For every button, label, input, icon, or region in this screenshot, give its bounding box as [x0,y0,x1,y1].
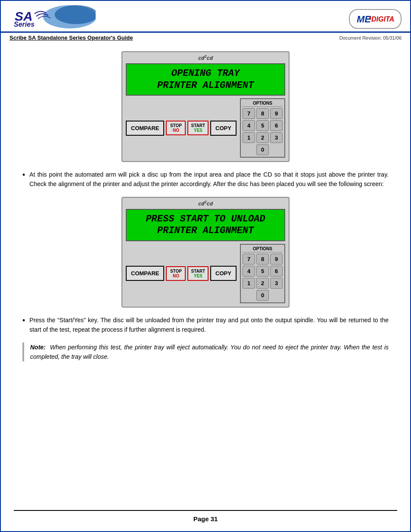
device1-body: COMPARE STOP NO START YES COPY OPTIONS 7 [126,98,285,158]
bullet-text-1: At this point the automated arm will pic… [29,170,389,189]
device1-opt-0[interactable]: 0 [256,144,269,155]
note-content: Note: When performing this test, the pri… [30,342,389,362]
device1-stop-button[interactable]: STOP NO [166,121,186,135]
bullet-dot-2: • [22,315,25,335]
device2-line1: PRESS START TO UNLOAD [131,213,280,225]
device1-brand: cd2cd [126,55,285,62]
device1-opt-7[interactable]: 7 [243,108,255,119]
note-label: Note: [30,344,46,351]
device1-start-label: START [191,123,205,128]
bullet-text-2: Press the “Start/Yes” key. The disc will… [29,315,389,335]
device1-compare-button[interactable]: COMPARE [126,121,164,136]
doc-title: Scribe SA Standalone Series Operator's G… [9,34,133,41]
device2-options-panel: OPTIONS 7 8 9 4 5 6 1 2 3 0 [240,244,285,303]
bullet-item-2: • Press the “Start/Yes” key. The disc wi… [22,315,389,335]
page: SA Series ME DIGITAL Scribe SA St [0,0,411,532]
device1-opt-1[interactable]: 1 [243,132,255,143]
device2-opt-1[interactable]: 1 [243,278,255,289]
svg-text:DIGITAL: DIGITAL [371,16,395,23]
bullet-item-1: • At this point the automated arm will p… [22,170,389,189]
device1-opt-8[interactable]: 8 [256,108,269,119]
device1-copy-button[interactable]: COPY [210,121,237,136]
footer-page: Page 31 [1,515,410,523]
note-text: When performing this test, the printer t… [30,344,389,360]
device2-opt-5[interactable]: 5 [256,266,269,277]
bullet-section-2: • Press the “Start/Yes” key. The disc wi… [22,315,389,335]
device1-start-button[interactable]: START YES [187,121,209,135]
device2-opt-3[interactable]: 3 [270,278,283,289]
device1-opt-9[interactable]: 9 [270,108,283,119]
footer: Page 31 [1,510,410,523]
svg-text:ME: ME [357,14,371,25]
device2-start-label: START [191,269,205,274]
device2-body: COMPARE STOP NO START YES COPY OPTIONS 7 [126,244,285,303]
device1-line1: OPENING TRAY [131,68,280,80]
device2-screen: PRESS START TO UNLOAD PRINTER ALIGNMENT [126,209,285,241]
device2-opt-2[interactable]: 2 [256,278,269,289]
device2-opt-7[interactable]: 7 [243,254,255,264]
device2-opt-8[interactable]: 8 [256,254,269,264]
device1-stop-sub: NO [169,128,182,133]
device2-opt-4[interactable]: 4 [243,266,255,277]
device2-buttons: COMPARE STOP NO START YES COPY [126,244,237,303]
device2-options-title: OPTIONS [243,246,283,252]
header: SA Series ME DIGITAL [1,1,410,33]
device1-opt-2[interactable]: 2 [256,132,269,143]
device2-start-sub: YES [191,274,205,278]
device1-options-grid: 7 8 9 4 5 6 1 2 3 0 [243,108,283,155]
device1-opt-3[interactable]: 3 [270,132,283,143]
device2-brand: cd2cd [126,200,285,207]
device2-stop-sub: NO [169,274,182,278]
device2-copy-button[interactable]: COPY [210,266,237,281]
device1-opt-4[interactable]: 4 [243,120,255,131]
doc-revision: Document Revision: 05/31/06 [339,35,402,40]
header-title-row: Scribe SA Standalone Series Operator's G… [1,33,410,43]
mf-digital-svg: ME DIGITAL [356,12,395,26]
device2-compare-button[interactable]: COMPARE [126,266,164,281]
device2-opt-6[interactable]: 6 [270,266,283,277]
bullet-dot-1: • [22,170,25,189]
main-content: cd2cd OPENING TRAY PRINTER ALIGNMENT COM… [1,43,410,378]
footer-divider [14,510,397,511]
device1-buttons: COMPARE STOP NO START YES COPY [126,98,237,158]
bullet-section-1: • At this point the automated arm will p… [22,170,389,189]
device2-opt-9[interactable]: 9 [270,254,283,264]
device2-stop-button[interactable]: STOP NO [166,266,186,281]
header-logo-area: SA Series [9,5,96,29]
mf-digital-logo: ME DIGITAL [349,9,402,29]
device2-stop-label: STOP [169,269,182,274]
note-block: Note: When performing this test, the pri… [22,342,389,362]
device1-options-panel: OPTIONS 7 8 9 4 5 6 1 2 3 0 [240,98,285,158]
device1-opt-6[interactable]: 6 [270,120,283,131]
sa-series-logo: SA Series [9,5,96,29]
device1-opt-5[interactable]: 5 [256,120,269,131]
svg-text:Series: Series [14,21,34,28]
device-mockup-1: cd2cd OPENING TRAY PRINTER ALIGNMENT COM… [121,51,290,162]
device1-line2: PRINTER ALIGNMENT [131,80,280,92]
device-mockup-2: cd2cd PRESS START TO UNLOAD PRINTER ALIG… [121,197,290,308]
device2-options-grid: 7 8 9 4 5 6 1 2 3 0 [243,254,283,301]
device1-stop-label: STOP [169,123,182,128]
device2-opt-0[interactable]: 0 [256,290,269,301]
device1-options-title: OPTIONS [243,101,283,107]
device2-start-button[interactable]: START YES [187,266,209,281]
device1-screen: OPENING TRAY PRINTER ALIGNMENT [126,63,285,96]
device2-line2: PRINTER ALIGNMENT [131,225,280,237]
device1-start-sub: YES [191,128,205,133]
